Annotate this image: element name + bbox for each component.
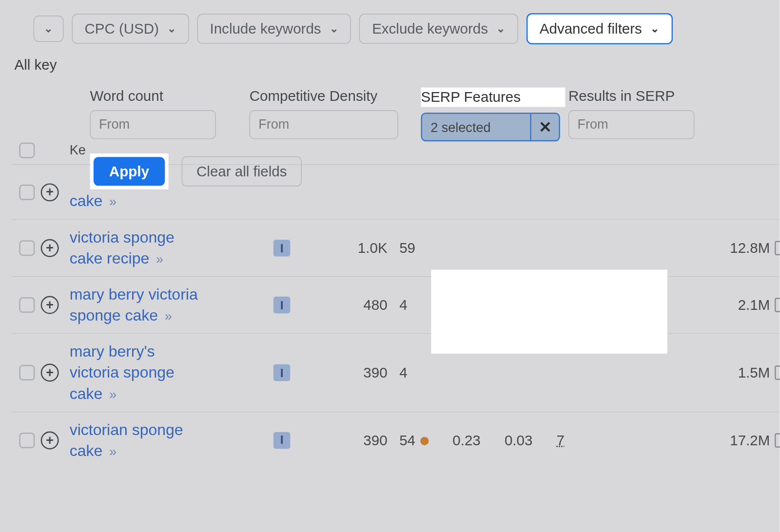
all-keywords-label: All key (12, 57, 780, 84)
keyword-link[interactable]: victoria sponge (70, 228, 175, 247)
keyword-link[interactable]: victorian sponge (70, 420, 183, 438)
keyword-link[interactable]: mary berry victoria (70, 285, 198, 304)
chevron-down-icon: ⌄ (44, 22, 53, 36)
metric-v3[interactable]: 7 (557, 432, 565, 449)
results-value: 2.1M (738, 297, 770, 313)
intent-badge: I (273, 364, 290, 381)
chevron-right-icon: » (165, 309, 172, 324)
expand-icon[interactable]: + (41, 364, 59, 382)
keyword-link[interactable]: sponge cake (70, 306, 158, 324)
expand-icon[interactable]: + (41, 239, 59, 257)
clear-serp-icon[interactable]: ✕ (530, 114, 559, 140)
chevron-right-icon: » (156, 252, 163, 267)
row-checkbox[interactable] (19, 365, 35, 380)
intent-badge: I (273, 240, 290, 256)
comp-density-range (250, 110, 398, 139)
advanced-filters-panel: Word count Competitive Density SERP Feat… (72, 84, 768, 204)
word-count-from[interactable] (91, 111, 216, 139)
advanced-filters-button[interactable]: Advanced filters ⌄ (526, 13, 673, 44)
volume-value: 480 (321, 297, 399, 313)
expand-icon[interactable]: + (41, 296, 59, 314)
serp-icon[interactable] (775, 298, 780, 313)
results-value: 1.5M (738, 364, 770, 381)
results-serp-label: Results in SERP (568, 88, 704, 104)
expand-icon[interactable]: + (41, 431, 59, 449)
chevron-down-icon: ⌄ (167, 22, 176, 36)
kd-value: 54 (399, 432, 415, 448)
frag-value: 59 (399, 240, 717, 256)
keyword-link[interactable]: mary berry's (70, 342, 155, 361)
cpc-filter-button[interactable]: CPC (USD) ⌄ (72, 14, 189, 44)
results-value: 12.8M (730, 240, 770, 256)
chevron-right-icon: » (109, 387, 117, 402)
intent-badge: I (273, 432, 290, 449)
prev-filter-button[interactable]: ⌄ (34, 16, 64, 42)
results-serp-from[interactable] (569, 111, 694, 139)
results-serp-range (568, 110, 694, 139)
chevron-down-icon: ⌄ (496, 22, 505, 36)
row-checkbox[interactable] (19, 433, 35, 448)
table-row: + victoria sponge cake recipe » I 1.0K 5… (12, 219, 780, 276)
serp-selected-text: 2 selected (422, 114, 530, 140)
apply-button[interactable]: Apply (94, 157, 165, 186)
serp-icon[interactable] (775, 241, 780, 256)
serp-icon[interactable] (775, 365, 780, 380)
chevron-down-icon: ⌄ (330, 22, 338, 36)
row-checkbox[interactable] (19, 297, 35, 313)
include-label: Include keywords (210, 20, 321, 37)
row-checkbox[interactable] (19, 184, 35, 200)
volume-value: 390 (321, 432, 399, 449)
exclude-keywords-button[interactable]: Exclude keywords ⌄ (359, 14, 518, 44)
table-row: + victorian sponge cake » I 390 54 0.23 … (12, 412, 780, 469)
advanced-label: Advanced filters (540, 20, 642, 37)
intent-badge: I (273, 297, 290, 313)
difficulty-dot-icon (420, 437, 429, 445)
comp-density-label: Competitive Density (250, 88, 417, 104)
metric-v2: 0.03 (505, 432, 532, 449)
serp-features-select[interactable]: 2 selected ✕ (421, 113, 560, 141)
keyword-link[interactable]: cake (70, 441, 103, 459)
frag-value: 4 (399, 364, 717, 381)
keyword-link[interactable]: victoria sponge (70, 363, 175, 381)
results-value: 17.2M (730, 432, 770, 449)
exclude-label: Exclude keywords (372, 20, 488, 37)
keyword-link[interactable]: cake recipe (70, 249, 150, 267)
metric-v1: 0.23 (452, 432, 480, 449)
volume-value: 1.0K (321, 240, 399, 256)
volume-value: 390 (321, 364, 399, 381)
comp-density-from[interactable] (250, 111, 398, 139)
serp-features-label: SERP Features (421, 88, 565, 107)
chevron-down-icon: ⌄ (650, 22, 659, 36)
select-all-checkbox[interactable] (19, 143, 35, 158)
expand-icon[interactable]: + (41, 183, 59, 201)
serp-icon[interactable] (775, 433, 780, 448)
chevron-right-icon: » (109, 444, 117, 459)
cpc-label: CPC (USD) (84, 20, 159, 37)
word-count-label: Word count (90, 88, 246, 104)
keyword-link[interactable]: cake (70, 384, 103, 402)
include-keywords-button[interactable]: Include keywords ⌄ (197, 14, 351, 44)
row-checkbox[interactable] (19, 240, 35, 256)
word-count-range (90, 110, 216, 139)
clear-all-button[interactable]: Clear all fields (181, 156, 302, 187)
